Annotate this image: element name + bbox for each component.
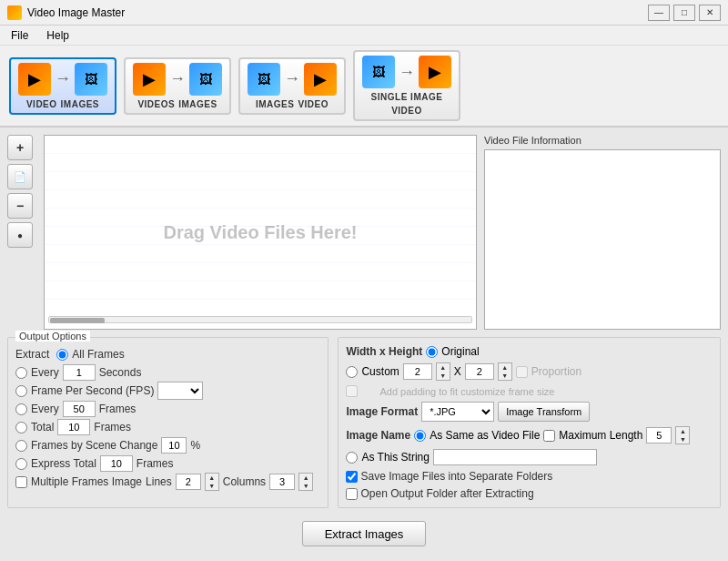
remove-button[interactable]: − (7, 193, 33, 219)
output-options-panel: Output Options Extract All Frames Every … (7, 337, 329, 508)
radio-original[interactable] (426, 346, 438, 358)
info-panel-label: Video File Information (484, 135, 721, 146)
every-seconds-label[interactable]: Every (31, 366, 59, 379)
all-frames-label[interactable]: All Frames (72, 348, 124, 361)
as-string-input[interactable] (433, 449, 597, 465)
checkbox-save-separate[interactable] (346, 471, 358, 483)
max-len-down[interactable]: ▼ (676, 435, 689, 444)
video-icon-4: ▶ (419, 56, 451, 88)
fps-select[interactable] (157, 382, 203, 400)
open-output-label: Open Output Folder after Extracting (346, 487, 533, 500)
tab-label-images-2: IMAGES (178, 99, 217, 109)
height-up[interactable]: ▲ (499, 363, 511, 372)
add-file-button[interactable]: 📄 (7, 164, 33, 189)
height-spinner[interactable]: ▲ ▼ (498, 362, 512, 381)
columns-down[interactable]: ▼ (299, 482, 312, 490)
image-transform-button[interactable]: Image Transform (498, 402, 590, 422)
images-icon-2: 🖼 (189, 63, 222, 96)
scroll-thumb[interactable] (50, 318, 105, 323)
custom-width-input[interactable] (403, 363, 432, 380)
radio-scene-change[interactable] (15, 440, 27, 452)
left-toolbar: + 📄 − ● (7, 135, 36, 330)
as-video-file-label[interactable]: As Same as Video File (430, 429, 540, 442)
columns-input[interactable] (269, 474, 295, 490)
menu-bar: File Help (0, 26, 728, 46)
radio-custom[interactable] (346, 366, 358, 378)
menu-help[interactable]: Help (43, 28, 73, 43)
width-down[interactable]: ▼ (437, 372, 450, 380)
video-icon-3: ▶ (304, 63, 337, 96)
max-length-spinner[interactable]: ▲ ▼ (675, 426, 690, 444)
radio-all-frames[interactable] (56, 349, 68, 361)
tab-video-to-images[interactable]: ▶ → 🖼 VIDEO IMAGES (9, 57, 116, 115)
output-options-label: Output Options (15, 331, 90, 342)
every-frames-label[interactable]: Every (31, 403, 59, 415)
proportion-label[interactable]: Proportion (531, 365, 581, 378)
close-button[interactable]: ✕ (699, 5, 721, 21)
width-up[interactable]: ▲ (437, 363, 450, 372)
scroll-track[interactable] (48, 316, 472, 323)
lines-up[interactable]: ▲ (206, 474, 218, 482)
radio-fps[interactable] (15, 385, 27, 397)
columns-up[interactable]: ▲ (299, 474, 312, 482)
custom-row: Custom ▲ ▼ X ▲ ▼ Proportion (346, 362, 713, 381)
frames-unit-1: Frames (99, 403, 136, 415)
app-icon (7, 5, 22, 20)
save-separate-label: Save Image Files into Separate Folders (346, 470, 552, 483)
express-total-label[interactable]: Express Total (31, 457, 96, 470)
total-frames-label[interactable]: Total (31, 421, 54, 434)
multiple-frames-label[interactable]: Multiple Frames Image (31, 475, 142, 488)
menu-file[interactable]: File (7, 28, 32, 43)
radio-as-this-string[interactable] (346, 452, 358, 464)
lines-spinner[interactable]: ▲ ▼ (205, 473, 219, 491)
radio-express-total[interactable] (15, 458, 27, 470)
max-length-input[interactable] (646, 427, 672, 444)
fps-label[interactable]: Frame Per Second (FPS) (31, 384, 154, 397)
title-bar-controls: — □ ✕ (648, 5, 721, 21)
checkbox-multiple-frames[interactable] (15, 476, 27, 488)
columns-spinner[interactable]: ▲ ▼ (298, 473, 313, 491)
tab-single-image-to-video[interactable]: 🖼 → ▶ SINGLE IMAGE VIDEO (353, 50, 460, 121)
dot-button[interactable]: ● (7, 222, 33, 248)
lines-input[interactable] (176, 474, 201, 490)
every-seconds-row: Every 1 Seconds (15, 363, 320, 382)
checkbox-proportion[interactable] (516, 366, 528, 378)
name-row-1: Image Name As Same as Video File Maximum… (346, 426, 713, 444)
minimize-button[interactable]: — (648, 5, 670, 21)
radio-every-seconds[interactable] (15, 367, 27, 379)
max-len-up[interactable]: ▲ (676, 427, 689, 435)
multiple-frames-row: Multiple Frames Image Lines ▲ ▼ Columns … (15, 473, 320, 491)
add-button[interactable]: + (7, 135, 33, 160)
height-down[interactable]: ▼ (499, 372, 511, 380)
as-this-string-label[interactable]: As This String (361, 451, 429, 464)
original-label[interactable]: Original (441, 345, 479, 358)
single-image-icon: 🖼 (362, 56, 395, 88)
radio-total-frames[interactable] (15, 422, 27, 434)
format-select[interactable]: *.JPG (421, 402, 494, 422)
checkbox-max-length[interactable] (543, 430, 555, 442)
width-spinner[interactable]: ▲ ▼ (436, 362, 450, 381)
maximize-button[interactable]: □ (673, 5, 695, 21)
max-length-label[interactable]: Maximum Length (559, 429, 642, 442)
radio-every-frames[interactable] (15, 403, 27, 415)
tab-videos-to-images[interactable]: ▶ → 🖼 VIDEOS IMAGES (124, 57, 231, 115)
scene-change-input[interactable] (161, 437, 187, 454)
tab-images-to-video[interactable]: 🖼 → ▶ IMAGES VIDEO (238, 57, 346, 115)
checkbox-padding[interactable] (346, 385, 358, 397)
total-frames-input[interactable]: 10 (57, 419, 90, 435)
every-seconds-input[interactable]: 1 (63, 364, 96, 381)
all-frames-row: Extract All Frames (15, 345, 320, 363)
express-total-input[interactable] (100, 455, 133, 472)
video-list-panel[interactable]: Drag Video Files Here! (44, 135, 477, 330)
extract-images-button[interactable]: Extract Images (302, 521, 427, 546)
radio-as-video-file[interactable] (414, 430, 426, 442)
padding-label[interactable]: Add padding to fit customize frame size (379, 386, 554, 397)
every-frames-input[interactable]: 50 (63, 401, 96, 417)
scene-change-label[interactable]: Frames by Scene Change (31, 439, 157, 452)
checkbox-open-output[interactable] (346, 488, 358, 500)
toolbar: ▶ → 🖼 VIDEO IMAGES ▶ → 🖼 VIDEOS IMAGES 🖼… (0, 46, 728, 128)
custom-label[interactable]: Custom (361, 365, 399, 378)
total-frames-row: Total 10 Frames (15, 418, 320, 436)
lines-down[interactable]: ▼ (206, 482, 218, 490)
custom-height-input[interactable] (465, 363, 494, 380)
